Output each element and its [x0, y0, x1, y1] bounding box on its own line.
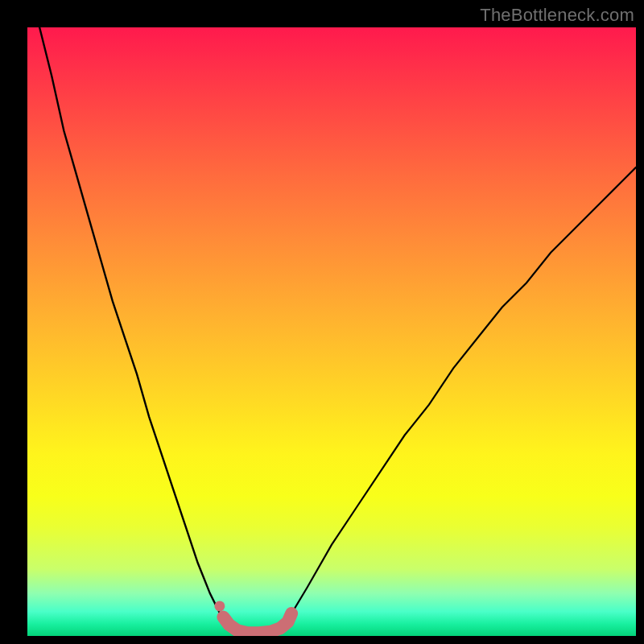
svg-point-0	[214, 601, 225, 611]
chart-frame: TheBottleneck.com	[0, 0, 644, 644]
left-curve-path	[39, 27, 228, 630]
watermark-text: TheBottleneck.com	[480, 5, 634, 26]
valley-accent-path	[223, 613, 291, 633]
plot-area	[27, 27, 636, 636]
right-curve-path	[289, 167, 636, 617]
valley-accent-dot	[214, 601, 225, 611]
curve-layer	[27, 27, 636, 636]
